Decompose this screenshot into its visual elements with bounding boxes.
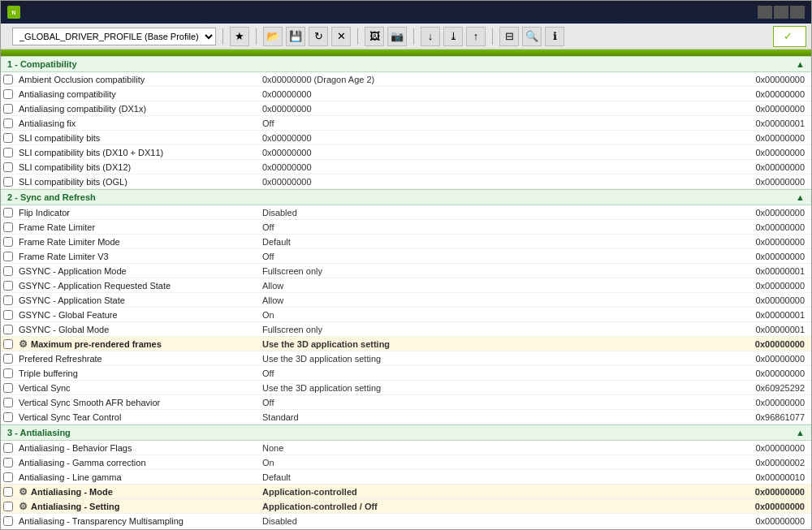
row-checkbox[interactable] [3, 75, 13, 84]
apply-changes-button[interactable]: ✓ [773, 26, 806, 47]
section-collapse-3[interactable]: ▲ [796, 428, 805, 437]
minimize-button[interactable] [758, 6, 772, 19]
table-row: Antialiasing - Gamma correctionOn0x00000… [1, 455, 811, 470]
row-value: Use the 3D application setting [259, 354, 722, 364]
tb-open-button[interactable]: 📂 [263, 27, 283, 46]
row-checkbox-col [1, 133, 15, 143]
table-row: ⚙Antialiasing - SettingApplication-contr… [1, 499, 811, 514]
content-area: 1 - Compatibility ▲ Ambient Occlusion co… [1, 56, 811, 530]
tb-save-button[interactable]: 💾 [286, 27, 305, 46]
row-name: Antialiasing - Transparency Multisamplin… [15, 516, 259, 526]
row-checkbox[interactable] [3, 281, 13, 291]
table-row: SLI compatibility bits (DX10 + DX11)0x00… [1, 145, 811, 160]
row-hex: 0x96861077 [722, 412, 811, 422]
row-checkbox[interactable] [3, 266, 13, 276]
tb-down2-button[interactable]: ⤓ [443, 27, 463, 46]
section-collapse-2[interactable]: ▲ [796, 192, 805, 202]
row-value: 0x00000000 [259, 89, 722, 99]
row-value: 0x00000000 [259, 177, 722, 187]
row-checkbox[interactable] [3, 208, 13, 218]
title-bar-controls [758, 6, 805, 19]
row-hex: 0x00000000 [722, 177, 811, 187]
row-checkbox[interactable] [3, 89, 13, 99]
row-name: Vertical Sync Tear Control [15, 412, 259, 422]
row-checkbox-col [1, 412, 15, 422]
row-hex: 0x00000001 [722, 325, 811, 334]
row-value: Disabled [259, 516, 722, 526]
tb-delete-button[interactable]: ✕ [331, 27, 351, 46]
tb-screenshot2-button[interactable]: 📷 [387, 27, 407, 46]
row-checkbox[interactable] [3, 339, 13, 349]
tb-refresh-button[interactable]: ↻ [309, 27, 328, 46]
row-checkbox[interactable] [3, 487, 13, 497]
table-row: Frame Rate Limiter V3Off0x00000000 [1, 249, 811, 264]
row-checkbox[interactable] [3, 398, 13, 407]
row-checkbox[interactable] [3, 295, 13, 305]
row-checkbox[interactable] [3, 412, 13, 422]
row-hex: 0x00000000 [722, 104, 811, 114]
row-name: Frame Rate Limiter [15, 222, 259, 232]
row-checkbox-col [1, 237, 15, 247]
tb-filter-button[interactable]: ⊟ [499, 27, 519, 46]
row-checkbox-col [1, 208, 15, 218]
row-checkbox[interactable] [3, 472, 13, 482]
row-checkbox[interactable] [3, 368, 13, 378]
row-checkbox[interactable] [3, 325, 13, 334]
tb-info-button[interactable]: ℹ [545, 27, 564, 46]
row-checkbox[interactable] [3, 310, 13, 320]
row-checkbox[interactable] [3, 502, 13, 511]
row-hex: 0x00000000 [722, 339, 811, 349]
row-checkbox[interactable] [3, 458, 13, 468]
row-hex: 0x00000000 [722, 487, 811, 497]
close-button[interactable] [790, 6, 805, 19]
row-hex: 0x00000000 [722, 516, 811, 526]
row-value: Default [259, 472, 722, 482]
row-checkbox[interactable] [3, 354, 13, 364]
row-checkbox[interactable] [3, 148, 13, 157]
row-name: Antialiasing - Behavior Flags [15, 443, 259, 453]
toolbar-separator-1 [222, 28, 223, 45]
row-checkbox[interactable] [3, 118, 13, 128]
row-name: Vertical Sync Smooth AFR behavior [15, 398, 259, 407]
row-hex: 0x00000000 [722, 354, 811, 364]
profile-select[interactable]: _GLOBAL_DRIVER_PROFILE (Base Profile) [12, 28, 216, 45]
row-checkbox-col [1, 162, 15, 172]
title-bar: N [1, 1, 811, 24]
row-name: Antialiasing - Gamma correction [15, 458, 259, 468]
row-checkbox[interactable] [3, 162, 13, 172]
row-checkbox-col [1, 487, 15, 497]
table-row: SLI compatibility bits (OGL)0x000000000x… [1, 175, 811, 189]
row-checkbox[interactable] [3, 177, 13, 187]
tb-up-button[interactable]: ↑ [466, 27, 486, 46]
settings-container[interactable]: 1 - Compatibility ▲ Ambient Occlusion co… [1, 56, 811, 530]
table-row: Antialiasing fixOff0x00000001 [1, 116, 811, 131]
row-checkbox[interactable] [3, 383, 13, 393]
table-row: Vertical SyncUse the 3D application sett… [1, 381, 811, 395]
row-checkbox-col [1, 222, 15, 232]
gear-icon: ⚙ [19, 486, 28, 498]
table-row: Prefered RefreshrateUse the 3D applicati… [1, 351, 811, 366]
row-value: Allow [259, 281, 722, 291]
row-checkbox[interactable] [3, 133, 13, 143]
row-checkbox[interactable] [3, 443, 13, 453]
tb-down-button[interactable]: ↓ [421, 27, 440, 46]
row-name: SLI compatibility bits (OGL) [15, 177, 259, 187]
row-value: Fullscreen only [259, 325, 722, 334]
row-checkbox[interactable] [3, 252, 13, 261]
row-checkbox[interactable] [3, 237, 13, 247]
maximize-button[interactable] [774, 6, 788, 19]
row-value: Off [259, 222, 722, 232]
section-label-2: 2 - Sync and Refresh [7, 192, 96, 202]
row-name: Antialiasing compatibility (DX1x) [15, 104, 259, 114]
section-collapse-1[interactable]: ▲ [796, 59, 805, 69]
row-checkbox[interactable] [3, 516, 13, 526]
tb-star-button[interactable]: ★ [230, 27, 249, 46]
row-checkbox[interactable] [3, 104, 13, 114]
row-checkbox-col [1, 398, 15, 407]
title-bar-left: N [7, 6, 25, 19]
tb-screenshot-button[interactable]: 🖼 [365, 27, 384, 46]
tb-search-button[interactable]: 🔍 [522, 27, 542, 46]
section-header-3: 3 - Antialiasing ▲ [1, 424, 811, 441]
row-value: Use the 3D application setting [259, 383, 722, 393]
row-checkbox[interactable] [3, 222, 13, 232]
